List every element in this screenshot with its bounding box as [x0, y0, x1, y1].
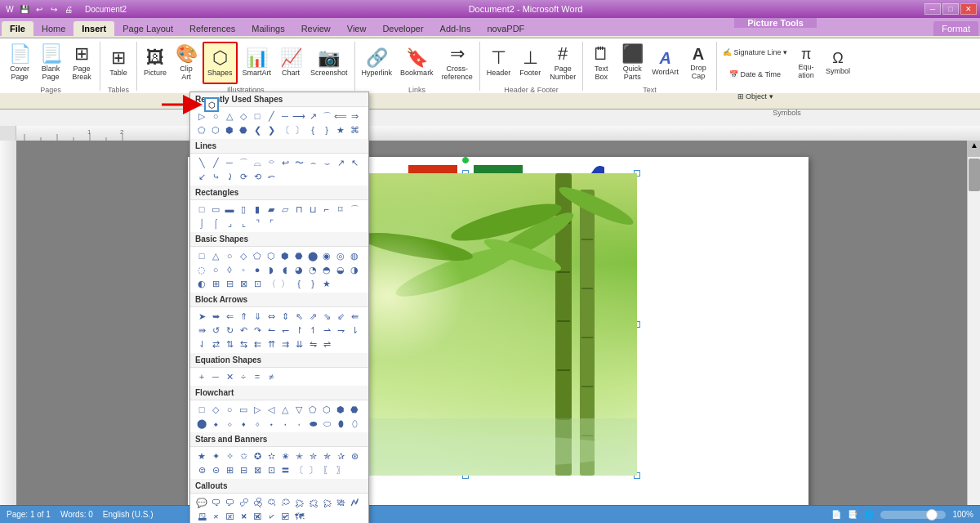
shape-item[interactable]: ⊠	[237, 277, 250, 290]
table-btn[interactable]: ⊞ Table	[104, 42, 133, 84]
shape-item[interactable]: ↙	[195, 170, 208, 183]
shape-item[interactable]: ╱	[265, 110, 278, 123]
shape-item[interactable]: ⌔	[265, 156, 278, 169]
shape-item[interactable]: 🗪	[237, 496, 250, 509]
shape-item[interactable]: ○	[209, 263, 222, 276]
screenshot-btn[interactable]: 📷 Screenshot	[307, 42, 351, 84]
shape-item[interactable]: ⊟	[237, 463, 250, 476]
shape-item[interactable]: ◎	[334, 249, 347, 262]
rotation-handle[interactable]	[462, 157, 469, 163]
shape-item[interactable]: ↽	[278, 324, 292, 337]
shape-item[interactable]: ⊜	[195, 463, 208, 476]
shape-item[interactable]: ⇛	[195, 324, 208, 337]
shape-item[interactable]: ◑	[348, 263, 361, 276]
shape-item[interactable]: △	[223, 110, 236, 123]
shape-item[interactable]: ⟶	[292, 110, 305, 123]
text-box-btn[interactable]: 🗒 TextBox	[586, 42, 616, 84]
shape-item[interactable]: ✰	[334, 449, 347, 463]
tab-format[interactable]: Format	[933, 21, 978, 36]
view-normal-btn[interactable]: 📄	[831, 510, 841, 519]
shape-item[interactable]: ╱	[209, 156, 222, 169]
shape-item[interactable]: ⌝	[251, 217, 264, 230]
shape-item[interactable]: ▯	[237, 203, 250, 216]
shape-item[interactable]: ⊝	[209, 463, 222, 476]
shape-item[interactable]: ◗	[265, 263, 278, 276]
shape-item[interactable]: ⌒	[237, 156, 250, 169]
shape-item[interactable]: ○	[223, 249, 236, 262]
header-btn[interactable]: ⊤ Header	[483, 42, 514, 84]
shape-item[interactable]: ▮	[251, 203, 264, 216]
shape-item[interactable]: □	[195, 249, 208, 262]
shape-item[interactable]: △	[209, 249, 222, 262]
shape-item[interactable]: ⇉	[278, 337, 292, 351]
shape-item[interactable]: 🗭	[278, 496, 292, 509]
shape-item[interactable]: }	[320, 123, 333, 136]
shape-item[interactable]: ⇄	[209, 337, 222, 351]
shape-item[interactable]: ➤	[195, 310, 208, 323]
drop-cap-btn[interactable]: A DropCap	[684, 42, 713, 84]
tab-home[interactable]: Home	[33, 21, 74, 36]
shape-item[interactable]: ⬡	[209, 123, 222, 136]
shape-item[interactable]: 🗳	[195, 510, 208, 523]
shape-item[interactable]: ↩	[278, 156, 292, 169]
shape-item[interactable]: ➥	[209, 310, 222, 323]
shape-item[interactable]: ⤸	[223, 170, 236, 183]
shape-item[interactable]: 🗺	[292, 510, 305, 523]
shape-item[interactable]: 〜	[292, 156, 305, 169]
shape-item[interactable]: ⇈	[265, 337, 278, 351]
shape-item[interactable]: ⇖	[292, 310, 305, 323]
minimize-btn[interactable]: ─	[924, 3, 941, 15]
shape-item[interactable]: ↷	[251, 324, 264, 337]
shape-item[interactable]: +	[195, 370, 208, 383]
shape-item[interactable]: ▷	[251, 403, 264, 416]
shape-item[interactable]: ⬡	[320, 403, 333, 416]
shape-item[interactable]: ◕	[292, 263, 305, 276]
shape-item[interactable]: ╲	[195, 156, 208, 169]
shape-item[interactable]: ⇒	[348, 110, 361, 123]
shape-item[interactable]: ⬦	[223, 417, 236, 430]
shape-item[interactable]: 〖	[320, 463, 333, 476]
shape-item[interactable]: ⌠	[209, 217, 222, 230]
shape-item[interactable]: ⊡	[265, 463, 278, 476]
shape-item[interactable]: ⊟	[223, 277, 236, 290]
shape-item[interactable]: ↗	[334, 156, 347, 169]
shape-item[interactable]: ⤺	[265, 170, 278, 183]
shape-item[interactable]: ◉	[320, 249, 333, 262]
shape-item[interactable]: ⇇	[251, 337, 264, 351]
shape-item[interactable]: ◦	[237, 263, 250, 276]
shape-item[interactable]: ⬣	[237, 123, 250, 136]
shape-item[interactable]: ◌	[195, 263, 208, 276]
shape-item[interactable]: 🗨	[209, 496, 222, 509]
shape-item[interactable]: ✭	[292, 449, 305, 463]
signature-line-btn[interactable]: ✍ Signature Line ▾	[720, 42, 790, 63]
redo-qa-btn[interactable]: ↪	[47, 2, 60, 16]
shape-item[interactable]: 🗱	[334, 496, 347, 509]
shape-item[interactable]: ↖	[348, 156, 361, 169]
object-btn[interactable]: ⊞ Object ▾	[720, 86, 790, 107]
tab-novapdf[interactable]: novaPDF	[479, 21, 532, 36]
tab-view[interactable]: View	[339, 21, 375, 36]
shape-item[interactable]: ◒	[334, 263, 347, 276]
shape-item[interactable]: ⊞	[223, 463, 236, 476]
shape-item[interactable]: ⬤	[195, 417, 208, 430]
view-web-btn[interactable]: 🌐	[864, 510, 874, 519]
wordart-btn[interactable]: A WordArt	[648, 42, 682, 84]
shape-item[interactable]: 🗩	[223, 496, 236, 509]
shape-item[interactable]: ▭	[209, 203, 222, 216]
shape-item[interactable]: ─	[209, 370, 222, 383]
shape-item[interactable]: ↿	[306, 324, 319, 337]
cover-page-btn[interactable]: 📄 CoverPage	[5, 42, 34, 84]
shape-item[interactable]: ⬡	[265, 249, 278, 262]
scroll-up-btn[interactable]: ▲	[968, 141, 980, 157]
tab-developer[interactable]: Developer	[374, 21, 431, 36]
shape-item[interactable]: ✧	[223, 449, 236, 463]
shape-item[interactable]: =	[251, 370, 264, 383]
shape-item[interactable]: ⇗	[306, 310, 319, 323]
shape-item[interactable]: ⬥	[209, 417, 222, 430]
save-qa-btn[interactable]: 💾	[18, 2, 31, 16]
shape-item[interactable]: ≠	[265, 370, 278, 383]
shape-item[interactable]: ⇕	[278, 310, 292, 323]
shape-item[interactable]: ⬩	[265, 417, 278, 430]
shape-item[interactable]: }	[306, 277, 319, 290]
zoom-thumb[interactable]	[926, 509, 938, 521]
